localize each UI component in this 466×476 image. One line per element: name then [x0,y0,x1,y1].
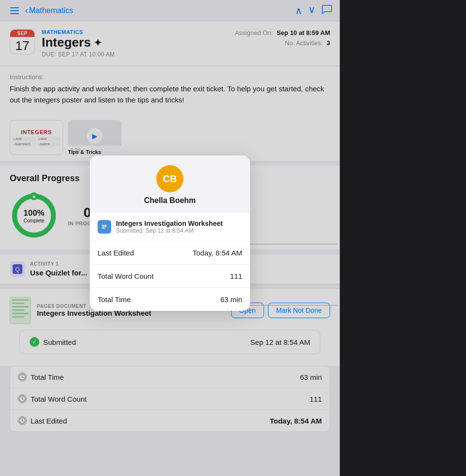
student-avatar: CB [156,165,183,192]
connector-line-2 [250,305,337,306]
popup-card: CB Chella Boehm Integers Investigation W… [90,155,250,311]
popup-header: CB Chella Boehm [90,155,250,213]
connector-line-1 [250,244,337,244]
popup-total-time-value: 63 min [220,295,242,304]
popup-word-count-label: Total Word Count [98,272,154,280]
popup-doc-row: Integers Investigation Worksheet Submitt… [90,213,250,241]
main-panel: ‹ Mathematics ∧ ∧ SEP 17 MATHEMATICS Int… [0,0,340,476]
popup-doc-subtitle: Submitted: Sep 12 at 8:54 AM [116,227,223,234]
popup-body: Integers Investigation Worksheet Submitt… [90,213,250,311]
popup-total-time-label: Total Time [98,295,131,304]
popup-doc-title: Integers Investigation Worksheet [116,220,223,227]
svg-rect-21 [102,228,105,229]
popup-doc-info: Integers Investigation Worksheet Submitt… [116,220,223,234]
popup-word-count-value: 111 [230,272,242,280]
student-name: Chella Boehm [144,196,196,205]
svg-rect-19 [102,225,107,226]
svg-rect-20 [102,226,107,227]
popup-last-edited-label: Last Edited [98,249,134,257]
right-panel [340,0,466,476]
popup-total-time-row: Total Time 63 min [90,288,250,311]
popup-doc-icon [98,220,111,234]
popup-word-count-row: Total Word Count 111 [90,265,250,288]
popup-last-edited-row: Last Edited Today, 8:54 AM [90,241,250,265]
popup-last-edited-value: Today, 8:54 AM [193,249,242,257]
